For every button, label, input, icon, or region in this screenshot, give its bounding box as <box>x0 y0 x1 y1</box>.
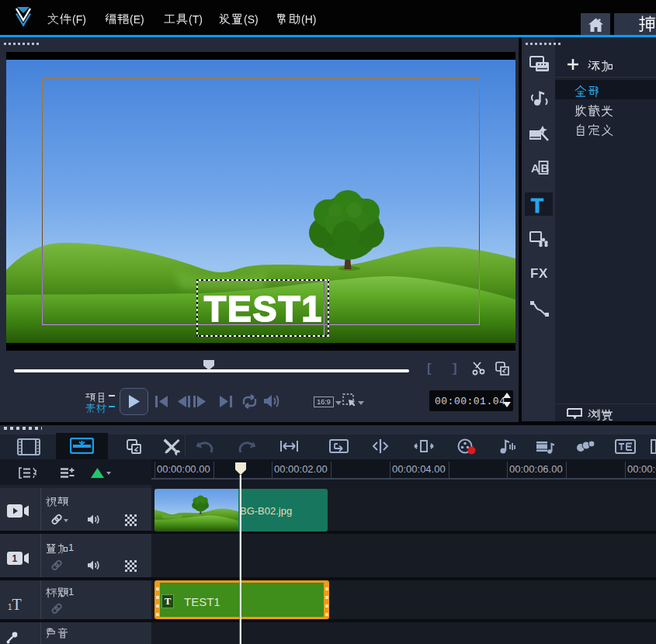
svg-text:1: 1 <box>12 553 18 564</box>
svg-text:B: B <box>541 161 550 175</box>
svg-text:A: A <box>531 161 540 175</box>
